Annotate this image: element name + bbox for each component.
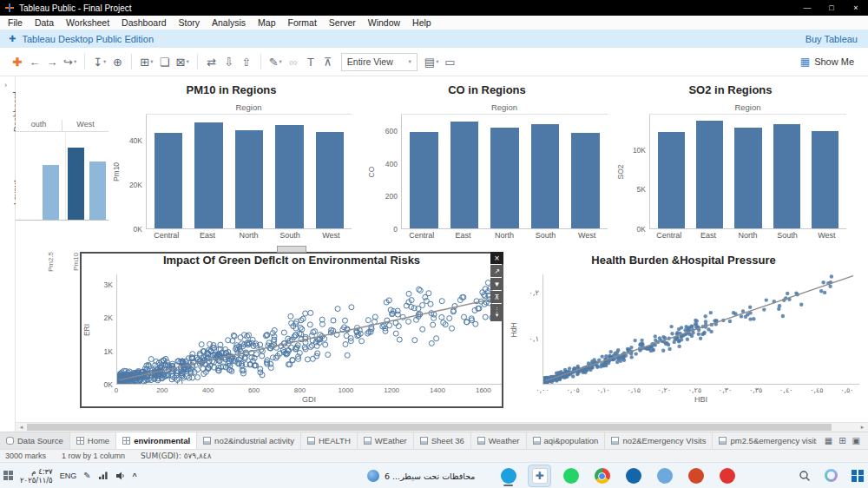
swap-rows-columns-button[interactable]: ⇄	[203, 52, 220, 71]
new-worksheet-tab-button[interactable]: ⊞	[838, 436, 845, 445]
highlight-button[interactable]: ✎▾	[266, 52, 285, 71]
show-me-button[interactable]: ▦ Show Me	[795, 53, 859, 70]
fit-dropdown[interactable]: Entire View▾	[341, 53, 418, 71]
search-icon[interactable]	[799, 470, 811, 482]
taskbar-clock[interactable]: ٤:٣٧ م ٢٠٢٥/١١/٥	[20, 467, 53, 485]
bar-north[interactable]	[235, 130, 263, 228]
bar-west[interactable]	[812, 131, 838, 228]
horizontal-scrollbar[interactable]: ◂ ▸	[16, 422, 868, 432]
show-hide-cards-button[interactable]: ▤▾	[422, 52, 442, 71]
scatter-marks[interactable]	[117, 274, 502, 384]
container-grip[interactable]: ⋮ ▾	[490, 304, 503, 321]
replay-button[interactable]: ↪▾	[61, 52, 79, 71]
scroll-right-arrow[interactable]: ▸	[857, 423, 868, 432]
sheet-tab-no2-emergency-visits[interactable]: no2&Emergency VIsits	[605, 432, 713, 449]
chrome-icon[interactable]	[590, 465, 614, 487]
use-as-filter-button[interactable]: ▼	[490, 278, 503, 290]
menu-item-worksheet[interactable]: Worksheet	[60, 16, 115, 29]
clear-sheet-button[interactable]: ⊠▾	[174, 52, 192, 71]
powerpoint-icon[interactable]	[684, 465, 707, 487]
bar-south[interactable]	[773, 124, 800, 228]
minimize-button[interactable]: —	[795, 0, 819, 16]
bar-east[interactable]	[194, 122, 222, 228]
menu-item-file[interactable]: File	[2, 16, 29, 29]
whatsapp-icon[interactable]	[559, 465, 582, 487]
outlook-icon[interactable]	[621, 465, 645, 487]
expand-pane-chevron-icon[interactable]: ›	[4, 81, 7, 89]
menu-item-format[interactable]: Format	[282, 16, 323, 29]
group-members-button[interactable]: ∞	[285, 52, 302, 71]
bar-west[interactable]	[571, 133, 600, 228]
sheet-tab-data-source[interactable]: Data Source	[0, 432, 70, 449]
remove-container-button[interactable]: ×	[490, 252, 503, 264]
menu-item-map[interactable]: Map	[252, 16, 281, 29]
new-data-source-button[interactable]: ⊕	[108, 52, 126, 71]
maximize-button[interactable]: □	[819, 0, 844, 16]
copilot-icon[interactable]	[825, 469, 838, 482]
sheet-tab-home[interactable]: Home	[70, 432, 116, 449]
bar-west[interactable]	[316, 132, 344, 228]
bar-south[interactable]	[531, 124, 560, 228]
presentation-mode-button[interactable]: ▭	[441, 52, 458, 71]
bar-pm2-5[interactable]	[89, 162, 106, 220]
language-indicator[interactable]: ENG	[60, 472, 77, 480]
tableau-logo-icon[interactable]: ✚	[9, 52, 26, 71]
windows-start-button[interactable]	[852, 470, 864, 482]
show-sheet-sorter-button[interactable]: ▦	[825, 436, 832, 445]
bar-central[interactable]	[155, 133, 182, 228]
fix-axes-button[interactable]: ⊼	[319, 52, 337, 71]
close-button[interactable]: ×	[844, 0, 868, 16]
show-mark-labels-button[interactable]: T	[302, 52, 319, 71]
sheet-tab-sheet-36[interactable]: Sheet 36	[414, 432, 471, 449]
undo-button[interactable]: ←	[26, 52, 43, 71]
menu-item-server[interactable]: Server	[323, 16, 362, 29]
go-to-sheet-button[interactable]: ↗	[490, 265, 503, 277]
opera-icon[interactable]	[715, 465, 739, 487]
redo-button[interactable]: →	[43, 52, 61, 71]
pen-tray-icon[interactable]: ✎	[83, 471, 90, 480]
sheet-tab-weather[interactable]: WEather	[358, 432, 414, 449]
volume-tray-icon[interactable]	[115, 471, 126, 481]
container-drag-handle[interactable]	[277, 246, 306, 253]
sheet-tab-no2-industrial-activity[interactable]: no2&industrial activity	[197, 432, 301, 449]
buy-tableau-link[interactable]: Buy Tableau	[806, 34, 858, 44]
sheet-tab-pm2-5-emergency-visits[interactable]: pm2.5&emergency visits	[713, 432, 816, 449]
save-button[interactable]: ↧▾	[90, 52, 108, 71]
scatter-marks[interactable]	[543, 274, 859, 384]
new-dashboard-tab-button[interactable]: ▣	[852, 436, 860, 445]
bar-pm10[interactable]	[68, 148, 84, 220]
menu-item-story[interactable]: Story	[172, 16, 206, 29]
tray-app-icon[interactable]	[3, 471, 13, 480]
scrollbar-thumb[interactable]	[27, 424, 832, 431]
network-tray-icon[interactable]	[98, 471, 108, 480]
scrollbar-track[interactable]	[27, 423, 857, 432]
sort-descending-button[interactable]: ⇧	[238, 52, 255, 71]
sheet-tab-health[interactable]: HEALTH	[301, 432, 358, 449]
scroll-left-arrow[interactable]: ◂	[16, 423, 27, 432]
menu-item-analysis[interactable]: Analysis	[206, 16, 252, 29]
bar-east[interactable]	[450, 122, 479, 228]
bar-pm2-5[interactable]	[43, 165, 59, 220]
sheet-tab-weather[interactable]: Weather	[471, 432, 527, 449]
menu-item-help[interactable]: Help	[406, 16, 437, 29]
bar-central[interactable]	[658, 132, 685, 228]
duplicate-sheet-button[interactable]: ❏	[156, 52, 174, 71]
sort-ascending-button[interactable]: ⇩	[220, 52, 238, 71]
tableau-icon[interactable]: ✚	[528, 465, 551, 487]
menu-item-dashboard[interactable]: Dashboard	[115, 16, 172, 29]
bar-east[interactable]	[696, 121, 723, 228]
menu-item-data[interactable]: Data	[29, 16, 60, 29]
edge-icon[interactable]	[496, 465, 520, 487]
bar-north[interactable]	[734, 128, 761, 228]
hidden-icons-chevron[interactable]: ^	[133, 472, 137, 480]
teams-icon[interactable]	[653, 465, 676, 487]
bar-central[interactable]	[410, 132, 438, 228]
bar-north[interactable]	[490, 128, 519, 228]
taskbar-widget-button[interactable]: محافظات تحت سيطر... 6	[360, 465, 482, 486]
new-worksheet-button[interactable]: ⊞▾	[137, 52, 155, 71]
sheet-tab-environmental[interactable]: environmental	[116, 432, 197, 449]
bar-south[interactable]	[275, 125, 303, 228]
sheet-tab-aqi-population[interactable]: aqi&population	[527, 432, 606, 449]
fix-position-button[interactable]: ⊼	[490, 291, 503, 303]
menu-item-window[interactable]: Window	[362, 16, 406, 29]
